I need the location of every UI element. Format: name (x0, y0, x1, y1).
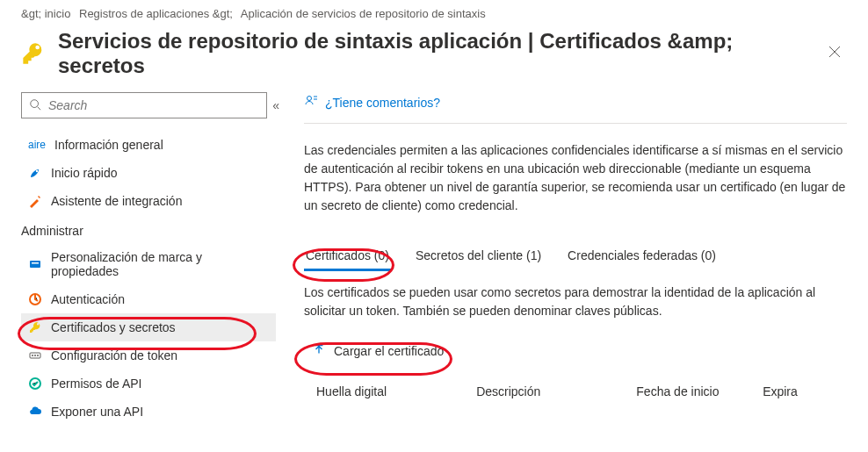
feedback-link[interactable]: ¿Tiene comentarios? (304, 92, 847, 123)
certificates-tab-description: Los certificados se pueden usar como sec… (304, 283, 847, 320)
sidebar-item-label: Inicio rápido (51, 166, 118, 180)
sidebar-item-label: Configuración de token (51, 348, 177, 362)
search-box[interactable] (21, 92, 267, 118)
key-small-icon (28, 320, 42, 334)
sidebar-item-token-config[interactable]: Configuración de token (21, 341, 276, 369)
feedback-icon (304, 94, 318, 111)
page-title: Servicios de repositorio de sintaxis apl… (58, 29, 810, 78)
svg-rect-4 (32, 262, 39, 264)
wand-icon (28, 194, 42, 208)
svg-rect-3 (30, 261, 40, 268)
feedback-label: ¿Tiene comentarios? (325, 96, 440, 110)
svg-line-1 (38, 106, 41, 110)
sidebar-item-api-permissions[interactable]: Permisos de API (21, 369, 276, 398)
breadcrumb-home[interactable]: &gt; inicio (21, 7, 70, 20)
credentials-description: Las credenciales permiten a las aplicaci… (304, 141, 847, 215)
search-input[interactable] (47, 97, 259, 113)
sidebar-item-label: Información general (54, 138, 163, 152)
close-icon[interactable] (822, 45, 847, 63)
sidebar-item-certificates-secrets[interactable]: Certificados y secretos (21, 313, 276, 341)
svg-point-7 (32, 355, 33, 356)
sidebar-item-label: Certificados y secretos (51, 320, 176, 334)
sidebar-item-expose-api[interactable]: Exponer una API (21, 398, 276, 426)
sidebar-item-label: Personalización de marca y propiedades (51, 250, 269, 278)
main-panel: ¿Tiene comentarios? Las credenciales per… (304, 92, 847, 426)
search-icon (29, 98, 41, 113)
column-start-date: Fecha de inicio (636, 384, 763, 398)
permissions-icon (28, 377, 42, 391)
sidebar-item-label: Permisos de API (51, 377, 142, 391)
sidebar-item-label: Asistente de integración (51, 194, 182, 208)
upload-icon (313, 343, 325, 358)
sidebar-item-integration-assistant[interactable]: Asistente de integración (21, 187, 276, 215)
tab-certificates[interactable]: Certificados (0) (304, 243, 391, 269)
breadcrumb-app[interactable]: Aplicación de servicios de repositorio d… (241, 7, 486, 20)
sidebar-item-branding[interactable]: Personalización de marca y propiedades (21, 243, 276, 285)
collapse-sidebar-button[interactable]: « (272, 98, 276, 112)
svg-point-0 (31, 99, 39, 107)
cloud-icon (28, 405, 42, 419)
breadcrumb-registrations[interactable]: Registros de aplicaciones &gt; (79, 7, 233, 20)
svg-point-9 (37, 355, 39, 356)
sidebar-item-authentication[interactable]: Autenticación (21, 285, 276, 313)
sidebar-group-manage: Administrar (21, 215, 276, 243)
tab-client-secrets[interactable]: Secretos del cliente (1) (414, 243, 543, 269)
breadcrumb: &gt; inicio Registros de aplicaciones &g… (0, 0, 868, 24)
column-expires: Expira (763, 384, 847, 398)
divider (304, 123, 847, 124)
key-icon (21, 41, 46, 66)
column-description: Descripción (476, 384, 636, 398)
tab-federated-credentials[interactable]: Credenciales federadas (0) (566, 243, 718, 269)
upload-certificate-button[interactable]: Cargar el certificado (304, 338, 452, 363)
auth-icon (28, 292, 42, 306)
tabs: Certificados (0) Secretos del cliente (1… (304, 243, 847, 271)
sidebar-item-label: Autenticación (51, 292, 125, 306)
sidebar-item-overview[interactable]: aire Información general (21, 131, 276, 159)
svg-point-2 (36, 170, 38, 172)
svg-point-8 (34, 355, 36, 356)
column-thumbprint: Huella digital (316, 384, 476, 398)
token-icon (28, 348, 42, 362)
rocket-icon (28, 166, 42, 180)
sidebar-item-label: Exponer una API (51, 405, 143, 419)
sidebar: « aire Información general Inicio rápido… (21, 92, 276, 426)
preview-badge: aire (28, 138, 46, 152)
branding-icon (28, 257, 42, 271)
svg-point-11 (307, 97, 312, 101)
sidebar-item-quickstart[interactable]: Inicio rápido (21, 159, 276, 187)
certificates-table-header: Huella digital Descripción Fecha de inic… (304, 379, 847, 402)
upload-certificate-label: Cargar el certificado (334, 344, 444, 358)
